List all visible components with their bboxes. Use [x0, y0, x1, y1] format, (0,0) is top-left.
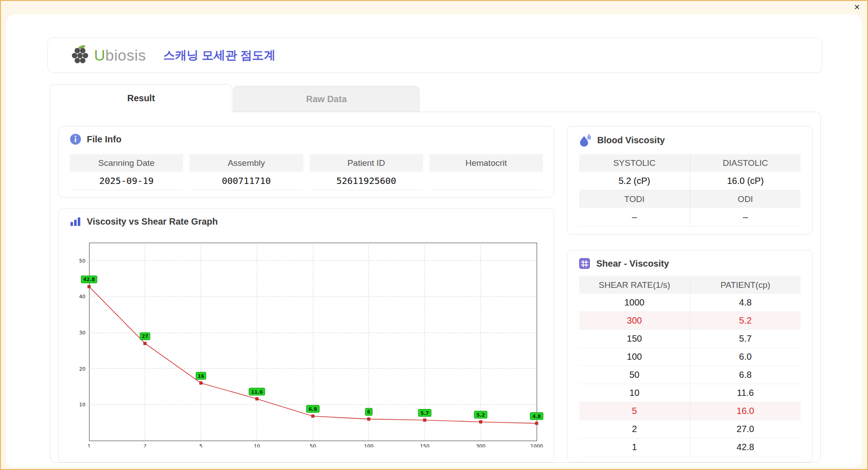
svg-text:1000: 1000 [530, 443, 543, 447]
svg-text:2: 2 [143, 443, 146, 447]
patient-cell: 5.7 [690, 330, 801, 348]
shear-rate-cell: 50 [579, 366, 690, 384]
field-label: Hematocrit [429, 154, 543, 172]
file-info-title-row: File Info [70, 133, 122, 145]
logo-text-biosis: biosis [105, 47, 146, 64]
table-row: 227.0 [579, 420, 801, 438]
svg-text:5.2: 5.2 [476, 412, 485, 418]
blood-viscosity-card: Blood Viscosity SYSTOLICDIASTOLIC5.2 (cP… [567, 126, 813, 235]
patient-cell: 5.2 [690, 312, 801, 329]
bar-chart-icon [70, 216, 81, 227]
shear-rate-cell: 5 [579, 402, 690, 420]
sv-table-header: SHEAR RATE(1/s) PATIENT(cp) [579, 276, 801, 294]
shear-rate-cell: 300 [579, 312, 690, 329]
shear-rate-cell: 1 [579, 438, 690, 456]
file-info-field: Patient ID52611925600 [310, 154, 423, 190]
svg-text:1: 1 [88, 443, 91, 447]
patient-cell: 6.8 [690, 366, 801, 384]
patient-cell: 6.0 [690, 348, 801, 366]
grape-cluster-icon [70, 45, 90, 66]
shear-rate-cell: 100 [579, 348, 690, 366]
table-row: 506.8 [579, 366, 801, 384]
ubiosis-logo: Ubiosis [70, 45, 146, 66]
shear-viscosity-title: Shear - Viscosity [596, 258, 669, 269]
graph-title: Viscosity vs Shear Rate Graph [87, 216, 218, 227]
graph-title-row: Viscosity vs Shear Rate Graph [70, 216, 218, 227]
content-panel: File Info Scanning Date2025-09-19Assembl… [50, 112, 821, 463]
tab-raw-data[interactable]: Raw Data [233, 86, 420, 112]
svg-text:50: 50 [310, 443, 316, 447]
svg-text:40: 40 [79, 294, 85, 300]
table-row: 1006.0 [579, 348, 801, 366]
info-icon [70, 133, 81, 145]
field-value: 000711710 [189, 172, 303, 190]
field-value: 52611925600 [310, 172, 423, 190]
table-row: 516.0 [579, 402, 801, 420]
bv-value: 16.0 (cP) [690, 172, 801, 190]
table-row: 3005.2 [579, 312, 801, 330]
field-label: Patient ID [310, 154, 423, 172]
window: × Ubiosis 스캐닝 모세관 점도계 Result Raw Data [0, 0, 868, 470]
shear-rate-cell: 10 [579, 384, 690, 402]
patient-cell: 11.6 [690, 384, 801, 402]
sv-table-body: 10004.83005.21505.71006.0506.81011.6516.… [579, 294, 801, 456]
bv-label: SYSTOLIC [579, 154, 690, 172]
patient-cell: 4.8 [690, 294, 801, 311]
bv-label: ODI [690, 190, 801, 208]
patient-cell: 27.0 [690, 420, 801, 438]
blood-viscosity-title-row: Blood Viscosity [578, 133, 665, 147]
logo-text-u: U [94, 47, 105, 64]
bv-value-row: 5.2 (cP)16.0 (cP) [579, 172, 801, 190]
svg-text:100: 100 [364, 443, 373, 447]
bv-table: SYSTOLICDIASTOLIC5.2 (cP)16.0 (cP)TODIOD… [579, 154, 801, 226]
svg-text:300: 300 [476, 443, 486, 447]
main-panel: Ubiosis 스캐닝 모세관 점도계 Result Raw Data File… [6, 14, 862, 467]
svg-text:10: 10 [254, 443, 260, 447]
tab-result[interactable]: Result [50, 84, 232, 113]
bv-label: TODI [579, 190, 690, 208]
svg-text:150: 150 [420, 443, 429, 447]
viscosity-chart: 10203040501251050100150300100042.8271611… [68, 235, 556, 447]
field-label: Scanning Date [70, 154, 183, 172]
sv-col-shear-rate: SHEAR RATE(1/s) [579, 276, 690, 294]
table-row: 10004.8 [579, 294, 801, 312]
bv-value: – [690, 208, 801, 226]
file-info-field: Scanning Date2025-09-19 [70, 154, 183, 190]
shear-rate-cell: 2 [579, 420, 690, 438]
shear-viscosity-card: Shear - Viscosity SHEAR RATE(1/s) PATIEN… [567, 250, 813, 462]
close-icon[interactable]: × [854, 1, 860, 13]
svg-text:16: 16 [198, 373, 204, 379]
bv-header-row: TODIODI [579, 190, 801, 208]
shear-rate-cell: 1000 [579, 294, 690, 311]
svg-text:4.8: 4.8 [533, 414, 541, 419]
field-label: Assembly [189, 154, 303, 172]
bv-value: – [579, 208, 690, 226]
table-row: 142.8 [579, 438, 801, 456]
patient-cell: 16.0 [690, 402, 801, 420]
bv-value: 5.2 (cP) [579, 172, 690, 190]
file-info-fields: Scanning Date2025-09-19Assembly000711710… [70, 154, 543, 190]
field-value: 2025-09-19 [70, 172, 183, 190]
sv-table: SHEAR RATE(1/s) PATIENT(cp) 10004.83005.… [579, 276, 801, 456]
svg-text:10: 10 [79, 402, 85, 408]
table-grid-icon [578, 257, 591, 270]
file-info-field: Hematocrit [429, 154, 543, 190]
bv-value-row: –– [579, 208, 801, 226]
file-info-field: Assembly000711710 [189, 154, 303, 190]
svg-text:6.8: 6.8 [309, 406, 317, 412]
svg-text:11.6: 11.6 [251, 389, 263, 395]
svg-text:5.7: 5.7 [420, 410, 429, 416]
svg-text:6: 6 [367, 409, 370, 414]
droplet-icon [578, 133, 592, 147]
patient-cell: 42.8 [690, 438, 801, 456]
logo-text: Ubiosis [94, 47, 146, 64]
svg-text:50: 50 [79, 258, 85, 264]
field-value [429, 172, 543, 190]
app-title: 스캐닝 모세관 점도계 [163, 47, 275, 63]
sv-col-patient: PATIENT(cp) [690, 276, 801, 294]
bv-header-row: SYSTOLICDIASTOLIC [579, 154, 801, 172]
svg-text:20: 20 [79, 366, 85, 372]
shear-viscosity-title-row: Shear - Viscosity [578, 257, 669, 270]
blood-viscosity-title: Blood Viscosity [597, 135, 665, 146]
svg-text:42.8: 42.8 [83, 277, 95, 282]
